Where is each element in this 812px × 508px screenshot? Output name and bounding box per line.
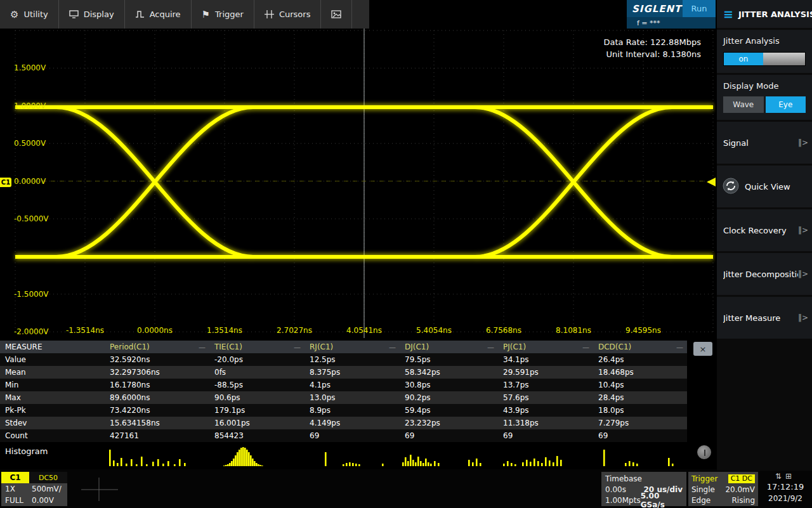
column-options-dash-icon[interactable]: — — [199, 343, 206, 351]
signal-menu-item[interactable]: Signal ‖> — [717, 122, 812, 164]
measure-cell: 32.297306ns — [105, 368, 209, 377]
gear-icon: ⚙ — [10, 9, 18, 20]
menu-display[interactable]: Display — [59, 0, 125, 29]
toggle-on-segment[interactable]: on — [724, 53, 763, 65]
trigger-level: 20.0mV — [725, 485, 755, 494]
measure-header-row: MEASURE Period(C1)— TIE(C1)— RJ(C1)— DJ(… — [0, 341, 687, 353]
measure-table: MEASURE Period(C1)— TIE(C1)— RJ(C1)— DJ(… — [0, 341, 687, 442]
channel-offset-marker[interactable]: C1 — [0, 178, 11, 187]
menu-cursors-label: Cursors — [279, 10, 311, 19]
measure-cell: 15.634158ns — [105, 419, 209, 427]
wave-mode-button[interactable]: Wave — [723, 96, 764, 113]
measure-row: Mean32.297306ns0fs8.375ps58.342ps29.591p… — [0, 366, 687, 379]
eye-mode-button[interactable]: Eye — [766, 96, 806, 113]
measure-cell: 18.468ps — [593, 368, 687, 377]
trigger-type: Edge — [691, 496, 710, 505]
measure-cell: 89.6000ns — [105, 393, 209, 402]
sidebar-header[interactable]: ≡ JITTER ANALYSIS — [717, 0, 812, 28]
measure-col-rj[interactable]: RJ(C1)— — [304, 341, 400, 353]
jitter-analysis-toggle[interactable]: on — [723, 52, 806, 66]
measure-col-dcd[interactable]: DCD(C1)— — [593, 341, 687, 353]
signal-label: Signal — [723, 138, 749, 148]
measure-row: Max89.6000ns90.6ps13.0ps90.2ps57.6ps28.4… — [0, 391, 687, 404]
clock-recovery-label: Clock Recovery — [723, 226, 787, 235]
measure-cell: 11.318ps — [498, 419, 593, 427]
y-axis-label: -2.0000V — [14, 327, 49, 336]
measure-row-label: Min — [0, 381, 105, 389]
column-options-dash-icon[interactable]: — — [676, 343, 683, 351]
column-options-dash-icon[interactable]: — — [582, 343, 589, 351]
jitter-decomposition-label: Jitter Decomposition — [723, 270, 798, 279]
col-label: DJ(C1) — [405, 342, 429, 351]
measure-cell: 43.9ps — [498, 406, 593, 415]
x-axis-label: 6.7568ns — [486, 326, 521, 335]
y-axis-label: -0.5000V — [14, 214, 49, 223]
quick-view-menu-item[interactable]: Quick View — [717, 166, 812, 207]
trigger-level-marker[interactable] — [707, 178, 716, 186]
close-measure-button[interactable]: × — [693, 342, 712, 356]
column-options-dash-icon[interactable]: — — [487, 343, 494, 351]
display-icon — [69, 10, 79, 18]
trigger-box[interactable]: TriggerC1 DC Single20.0mV EdgeRising — [688, 472, 758, 506]
measure-row: Min16.1780ns-88.5ps4.1ps30.8ps13.7ps10.4… — [0, 379, 687, 391]
measure-col-period[interactable]: Period(C1)— — [105, 341, 209, 353]
measure-col-pj[interactable]: PJ(C1)— — [498, 341, 593, 353]
measure-cell: 8.375ps — [304, 368, 400, 377]
measure-cell: 7.279ps — [593, 419, 687, 427]
menu-acquire[interactable]: Acquire — [125, 0, 192, 29]
measure-col-tie[interactable]: TIE(C1)— — [209, 341, 304, 353]
measure-cell: 427161 — [105, 431, 209, 440]
measure-row-label: Count — [0, 431, 105, 440]
menu-utility[interactable]: ⚙ Utility — [0, 0, 59, 29]
run-status-badge[interactable]: Run — [683, 0, 716, 17]
histogram-TIE(C1) — [223, 447, 263, 466]
trigger-slope: Rising — [732, 496, 755, 505]
menu-utility-label: Utility — [23, 10, 48, 19]
menu-trigger-label: Trigger — [215, 10, 244, 19]
histogram-knob[interactable] — [697, 445, 711, 459]
measure-row: Stdev15.634158ns16.001ps4.149ps23.232ps1… — [0, 417, 687, 429]
measure-cell: 69 — [400, 431, 498, 440]
measure-cell: 28.4ps — [593, 393, 687, 402]
column-options-dash-icon[interactable]: — — [294, 343, 301, 351]
screenshot-icon — [331, 10, 341, 18]
trigger-source-chip: C1 DC — [728, 474, 755, 483]
menu-icon[interactable]: ≡ — [723, 7, 733, 21]
x-axis-label: -1.3514ns — [66, 326, 104, 335]
column-options-dash-icon[interactable]: — — [389, 343, 396, 351]
jitter-decomposition-menu-item[interactable]: Jitter Decomposition ‖> — [717, 253, 812, 295]
clock-recovery-menu-item[interactable]: Clock Recovery ‖> — [717, 209, 812, 251]
unit-interval-readout: Unit Interval: 8.1380ns — [604, 48, 701, 60]
trigger-mode: Single — [691, 485, 715, 494]
measure-row-label: Mean — [0, 368, 105, 377]
channel-coupling: DC50 — [29, 472, 67, 483]
measure-cell: 4.149ps — [304, 419, 400, 427]
quick-view-label: Quick View — [745, 182, 790, 192]
y-axis-label: 0.0000V — [14, 177, 46, 186]
y-axis-label: 1.0000V — [14, 101, 46, 110]
menu-display-label: Display — [84, 10, 114, 19]
status-bar: C1 DC50 1X 500mV/ FULL 0.00V Timebase 0.… — [0, 469, 812, 508]
measure-cell: 0fs — [209, 368, 304, 377]
measure-cell: 69 — [593, 431, 687, 440]
submenu-arrow-icon: ‖> — [798, 226, 808, 235]
jitter-measure-menu-item[interactable]: Jitter Measure ‖> — [717, 297, 812, 339]
position-crosshair-icon — [80, 474, 121, 502]
measure-cell: -20.0ps — [209, 355, 304, 364]
menu-cursors[interactable]: Cursors — [254, 0, 322, 29]
channel-c1-box[interactable]: C1 DC50 1X 500mV/ FULL 0.00V — [1, 472, 67, 506]
measure-col-dj[interactable]: DJ(C1)— — [400, 341, 498, 353]
measure-row-label: Max — [0, 393, 105, 402]
measure-cell: 29.591ps — [498, 368, 593, 377]
menu-screenshot[interactable] — [321, 0, 352, 29]
measure-cell: 30.8ps — [400, 381, 498, 389]
acquire-icon — [135, 10, 145, 18]
x-axis-label: 9.4595ns — [625, 326, 661, 335]
menu-trigger[interactable]: ⚑ Trigger — [192, 0, 254, 29]
grid-icon: ⊞ — [785, 472, 796, 481]
toggle-off-segment[interactable] — [763, 53, 805, 65]
timebase-points: 1.00Mpts — [605, 496, 641, 505]
jitter-analysis-section: Jitter Analysis on — [717, 30, 812, 73]
timebase-box[interactable]: Timebase 0.00s20 us/div 1.00Mpts5.00 GSa… — [601, 472, 686, 506]
channel-scale: 500mV/ — [32, 485, 67, 493]
